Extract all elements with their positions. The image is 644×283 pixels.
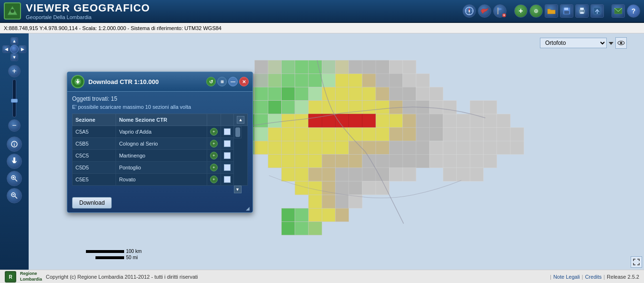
svg-rect-197 (510, 141, 524, 154)
svg-rect-139 (416, 141, 430, 154)
row-checkbox[interactable] (224, 176, 231, 183)
svg-rect-84 (376, 101, 389, 114)
dialog-titlebar: Download CTR 1:10.000 ↺ ⊞ — ✕ (67, 72, 253, 92)
svg-rect-160 (349, 168, 362, 181)
row-info-btn[interactable]: + (210, 128, 218, 136)
add-layer-btn[interactable]: + (514, 4, 528, 18)
marker-icon-btn[interactable]: ▼ (493, 4, 507, 18)
scrollbar-thumb[interactable] (235, 127, 240, 137)
svg-rect-34 (282, 60, 295, 73)
navigation-arrows: ▲ ◀ ▶ ▼ (2, 37, 26, 61)
app-subtitle: Geoportale Della Lombardia (26, 14, 463, 20)
dialog-title: Download CTR 1:10.000 (88, 78, 205, 85)
svg-rect-124 (443, 127, 456, 141)
map-area[interactable]: Ortofoto Mappa Satellite 100 km 50 mi (29, 33, 644, 270)
download-button[interactable]: Download (72, 197, 112, 209)
dialog-body: Oggetti trovati: 15 E' possibile scarica… (67, 92, 253, 212)
svg-rect-64 (322, 87, 335, 101)
svg-rect-203 (456, 168, 470, 181)
zoom-box-btn[interactable] (7, 171, 22, 186)
table-row: C5A5 Vaprio d'Adda + (73, 126, 248, 138)
svg-rect-123 (430, 127, 443, 141)
compass-icon-btn[interactable] (463, 4, 476, 18)
svg-rect-114 (308, 127, 322, 141)
svg-rect-37 (322, 60, 335, 73)
pan-right-btn[interactable]: ▶ (19, 45, 26, 53)
row-checkbox[interactable] (224, 128, 231, 135)
svg-rect-89 (443, 101, 456, 114)
svg-rect-110 (254, 127, 268, 141)
row-info-btn[interactable]: + (210, 152, 218, 159)
mi-ruler (95, 256, 124, 259)
svg-rect-53 (362, 73, 376, 87)
svg-rect-45 (254, 73, 268, 87)
note-legali-link[interactable]: Note Legali (553, 274, 580, 280)
row-info-btn[interactable]: + (210, 140, 218, 147)
dialog-minimize-btn[interactable]: — (228, 77, 238, 86)
pan-left-btn[interactable]: ◀ (2, 45, 10, 53)
coordinates-bar: X:888.748,915 Y:4.978.900,114 - Scala: 1… (0, 23, 644, 33)
svg-rect-62 (295, 87, 308, 101)
zoom-out-box-btn[interactable] (7, 188, 22, 203)
row-checkbox[interactable] (224, 140, 231, 147)
table-row: C5D5 Pontoglio + (73, 162, 248, 174)
svg-rect-60 (268, 87, 282, 101)
help-btn[interactable]: ? (627, 4, 640, 18)
svg-rect-142 (268, 155, 282, 168)
svg-rect-198 (443, 155, 456, 168)
credits-link[interactable]: Credits (585, 274, 602, 280)
svg-rect-133 (335, 141, 348, 154)
svg-line-25 (15, 179, 17, 181)
pan-center[interactable] (10, 45, 19, 53)
resize-handle[interactable]: ◢ (246, 206, 252, 211)
dialog-close-btn[interactable]: ✕ (239, 77, 249, 86)
full-extent-btn[interactable] (631, 256, 642, 268)
zoom-thumb[interactable] (11, 99, 18, 103)
svg-point-206 (620, 42, 623, 44)
svg-rect-95 (295, 114, 308, 127)
scale-bar: 100 km 50 mi (86, 249, 142, 260)
row-checkbox[interactable] (224, 164, 231, 171)
bird-icon-btn[interactable] (478, 4, 491, 18)
pan-up-btn[interactable]: ▲ (11, 37, 18, 45)
layer-selector-bar: Ortofoto Mappa Satellite (540, 37, 627, 49)
toggle-layer-btn[interactable] (615, 37, 627, 49)
export-btn[interactable] (591, 4, 604, 18)
pan-down-btn[interactable]: ▼ (11, 53, 18, 61)
row-info-btn[interactable]: + (210, 176, 218, 183)
svg-rect-93 (268, 114, 282, 127)
save-btn[interactable] (560, 4, 573, 18)
copyright-text: Copyright (c) Regione Lombardia 2011-201… (46, 274, 198, 280)
coordinates-text: X:888.748,915 Y:4.978.900,114 - Scala: 1… (4, 25, 222, 31)
row-info-btn[interactable]: + (210, 164, 218, 171)
svg-rect-50 (322, 73, 335, 87)
add-btn2[interactable]: ⊕ (529, 4, 543, 18)
svg-rect-56 (402, 73, 416, 87)
zoom-in-btn[interactable]: + (8, 65, 21, 77)
table-row: C5C5 Martinengo + (73, 150, 248, 162)
svg-rect-59 (254, 87, 268, 101)
cell-sezione: C5C5 (73, 150, 116, 162)
svg-rect-92 (254, 114, 268, 127)
dialog-refresh-btn[interactable]: ↺ (206, 77, 216, 86)
folder-btn[interactable] (545, 4, 558, 18)
svg-rect-47 (282, 73, 295, 87)
scroll-up-btn[interactable]: ▲ (237, 116, 244, 124)
zoom-out-btn[interactable]: − (8, 119, 21, 132)
scroll-down-btn[interactable]: ▼ (234, 186, 242, 193)
mail-btn[interactable] (612, 4, 625, 18)
sections-table: Sezione Nome Sezione CTR ▲ (72, 114, 248, 193)
row-checkbox[interactable] (224, 152, 231, 159)
dialog-grid-btn[interactable]: ⊞ (217, 77, 227, 86)
svg-rect-135 (362, 141, 376, 154)
svg-rect-129 (282, 141, 295, 154)
svg-rect-164 (402, 168, 416, 181)
svg-point-1 (11, 9, 14, 13)
svg-rect-194 (470, 141, 483, 154)
print-btn[interactable] (575, 4, 589, 18)
zoom-track[interactable] (12, 79, 16, 117)
svg-rect-153 (416, 155, 430, 168)
layer-select[interactable]: Ortofoto Mappa Satellite (540, 38, 607, 48)
pan-tool-btn[interactable] (7, 154, 22, 169)
info-tool-btn[interactable]: i (7, 136, 22, 152)
